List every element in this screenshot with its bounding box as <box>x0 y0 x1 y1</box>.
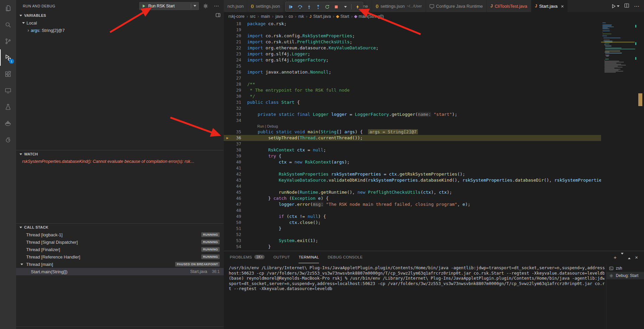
breadcrumb-item-main-string-[interactable]: main(String[]) <box>355 14 384 19</box>
gutter-glyph[interactable] <box>224 207 231 214</box>
gutter-glyph[interactable] <box>224 244 231 250</box>
gutter-glyph[interactable] <box>224 232 231 238</box>
breadcrumb-item-start[interactable]: Start <box>336 14 349 19</box>
tab-nch-json[interactable]: nch.json <box>224 0 247 12</box>
debug-settings-gear-icon[interactable] <box>202 2 210 10</box>
watch-expression[interactable]: rskSystemProperties.databaseKind(): Cann… <box>16 158 224 165</box>
gutter-glyph[interactable] <box>224 105 231 111</box>
continue-button[interactable] <box>287 3 295 11</box>
thread-row[interactable]: Thread [Reference Handler]RUNNING <box>16 253 224 261</box>
hot-code-replace-button[interactable] <box>353 3 362 11</box>
call-stack-header[interactable]: CALL STACK <box>16 224 224 231</box>
panel-tab-problems[interactable]: PROBLEMS1K+ <box>230 251 265 263</box>
close-panel-icon[interactable]: × <box>635 254 638 260</box>
step-over-button[interactable] <box>296 3 304 11</box>
restart-button[interactable] <box>323 3 331 11</box>
gutter-glyph[interactable] <box>224 39 231 45</box>
breadcrumb-item-rsk[interactable]: rsk <box>299 14 304 19</box>
gutter-glyph[interactable] <box>224 21 231 27</box>
gutter-glyph[interactable] <box>224 99 231 105</box>
activity-docker[interactable] <box>0 115 16 132</box>
codelens-run-debug[interactable]: Run | Debug <box>224 124 601 129</box>
gutter-glyph[interactable] <box>224 81 231 87</box>
tab-clitoolstest-java[interactable]: JCliToolsTest.java <box>487 0 531 12</box>
overview-ruler[interactable] <box>635 21 644 251</box>
gutter-glyph[interactable] <box>224 220 231 226</box>
debug-current-line-arrow-icon[interactable]: ▶ <box>224 135 231 141</box>
watch-header[interactable]: WATCH <box>16 150 224 158</box>
new-terminal-button[interactable]: + <box>613 254 616 260</box>
activity-remote-explorer[interactable] <box>0 82 16 99</box>
code-editor[interactable]: 18package co.rsk;1920import co.rsk.confi… <box>224 21 644 251</box>
gutter-glyph[interactable] <box>224 33 231 39</box>
thread-row[interactable]: Thread [Finalizer]RUNNING <box>16 246 224 253</box>
breadcrumb-item-rskj-core[interactable]: rskj-core <box>228 14 245 19</box>
terminal-profile-chevron-icon[interactable] <box>621 254 624 260</box>
gutter-glyph[interactable] <box>224 165 231 171</box>
breakpoints-header[interactable]: BREAKPOINTS <box>16 327 224 329</box>
gutter-glyph[interactable] <box>224 117 231 124</box>
panel-tab-terminal[interactable]: TERMINAL <box>299 251 319 263</box>
panel-tab-debug-console[interactable]: DEBUG CONSOLE <box>328 251 363 263</box>
gutter-glyph[interactable] <box>224 51 231 57</box>
close-icon[interactable]: × <box>561 3 564 9</box>
more-actions-icon[interactable]: ⋯ <box>634 3 639 9</box>
stop-button[interactable] <box>332 3 340 11</box>
step-into-button[interactable] <box>305 3 313 11</box>
variable-args[interactable]: › args: String[2]@7 <box>16 27 224 34</box>
tab-configure-java-runtime[interactable]: Configure Java Runtime <box>426 0 487 12</box>
breadcrumb-item-main[interactable]: main <box>261 14 270 19</box>
breadcrumb-item-java[interactable]: java <box>275 14 283 19</box>
activity-extensions[interactable] <box>0 66 16 82</box>
panel-layout-icon[interactable] <box>216 13 220 18</box>
stop-options-chevron[interactable] <box>341 3 350 11</box>
terminal-entry-debug-start[interactable]: Debug: Start <box>606 272 644 279</box>
breadcrumb-item-src[interactable]: src <box>250 14 256 19</box>
gutter-glyph[interactable] <box>224 27 231 33</box>
gutter-glyph[interactable] <box>224 201 231 207</box>
terminal-entry-zsh[interactable]: zsh <box>606 265 644 272</box>
maximize-panel-icon[interactable] <box>628 254 631 260</box>
more-actions-icon[interactable]: ⋯ <box>212 2 220 10</box>
gutter-glyph[interactable] <box>224 45 231 51</box>
thread-row[interactable]: Thread [logback-1]RUNNING <box>16 231 224 238</box>
breadcrumb-item-co[interactable]: co <box>288 14 293 19</box>
thread-row[interactable]: Thread [Signal Dispatcher]RUNNING <box>16 238 224 246</box>
thread-row[interactable]: Thread [main]PAUSED ON BREAKPOINT <box>16 261 224 268</box>
gutter-glyph[interactable] <box>224 129 231 135</box>
step-out-button[interactable] <box>314 3 322 11</box>
variables-header[interactable]: VARIABLES <box>16 12 224 19</box>
split-editor-icon[interactable] <box>624 3 629 9</box>
gutter-glyph[interactable] <box>224 93 231 99</box>
tab-settings-json[interactable]: {}settings.json <box>247 0 287 12</box>
gutter-glyph[interactable] <box>224 214 231 220</box>
gutter-glyph[interactable] <box>224 147 231 153</box>
gutter-glyph[interactable] <box>224 238 231 244</box>
gutter-glyph[interactable] <box>224 141 231 147</box>
gutter-glyph[interactable] <box>224 195 231 201</box>
gutter-glyph[interactable] <box>224 183 231 189</box>
activity-testing[interactable] <box>0 99 16 115</box>
launch-config-dropdown[interactable]: Run RSK Start <box>139 2 199 10</box>
gutter-glyph[interactable] <box>224 75 231 81</box>
gutter-glyph[interactable] <box>224 69 231 75</box>
tab-settings-json[interactable]: {}settings.json~/.../User <box>372 0 426 12</box>
gutter-glyph[interactable] <box>224 177 231 183</box>
gutter-glyph[interactable] <box>224 189 231 195</box>
activity-explorer[interactable] <box>0 0 16 16</box>
gutter-glyph[interactable] <box>224 111 231 117</box>
tab-start-java[interactable]: JStart.java× <box>531 0 568 12</box>
activity-source-control[interactable] <box>0 33 16 49</box>
gutter-glyph[interactable] <box>224 171 231 177</box>
activity-search[interactable] <box>0 16 16 33</box>
gutter-glyph[interactable] <box>224 153 231 159</box>
variables-scope-local[interactable]: Local <box>16 19 224 27</box>
gutter-glyph[interactable] <box>224 63 231 69</box>
gutter-glyph[interactable] <box>224 226 231 232</box>
run-button[interactable] <box>611 4 620 9</box>
panel-tab-output[interactable]: OUTPUT <box>273 251 290 263</box>
stack-frame-row[interactable]: Start.main(String[])Start.java36:1 <box>16 268 224 275</box>
minimap[interactable] <box>601 21 635 251</box>
activity-gradle[interactable] <box>0 132 16 148</box>
breadcrumb-item-start-java[interactable]: JStart.java <box>310 14 331 19</box>
